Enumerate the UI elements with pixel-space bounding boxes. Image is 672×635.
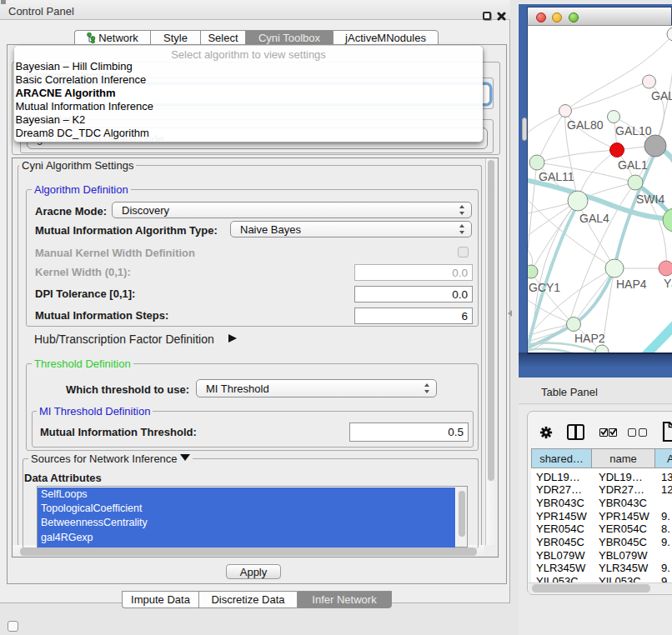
svg-text:GCY1: GCY1 (529, 281, 560, 294)
svg-text:HAP4: HAP4 (616, 278, 647, 291)
svg-text:GAL11: GAL11 (539, 170, 574, 183)
svg-text:GAL1: GAL1 (618, 158, 648, 172)
svg-text:GAL80: GAL80 (567, 118, 604, 132)
svg-text:GAL2: GAL2 (651, 89, 672, 102)
svg-text:SWI4: SWI4 (636, 192, 664, 206)
svg-text:GAL4: GAL4 (579, 212, 609, 225)
svg-text:YJ: YJ (664, 277, 672, 290)
svg-text:GAL10: GAL10 (615, 124, 652, 138)
svg-text:HAP2: HAP2 (574, 332, 605, 345)
